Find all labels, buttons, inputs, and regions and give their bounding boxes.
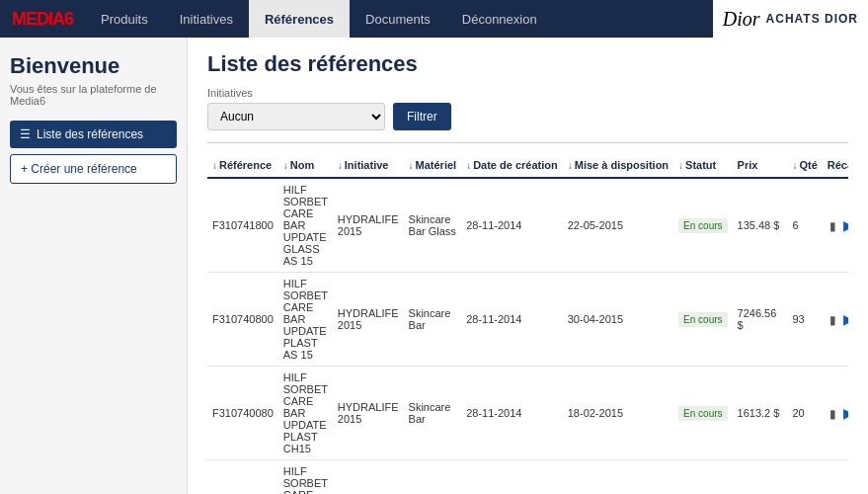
col-mise-dispo[interactable]: ↓Mise à disposition — [563, 153, 673, 178]
cell-materiel: Skincare Bar Glass — [404, 178, 462, 273]
sidebar-list-label: Liste des références — [37, 127, 143, 141]
nav-deconnexion[interactable]: Déconnexion — [446, 0, 553, 38]
col-reference[interactable]: ↓Référence — [207, 153, 278, 178]
cell-date-creation: 28-11-2014 — [461, 367, 563, 460]
table-body: F310741800 HILF SORBET CARE BAR UPDATE G… — [207, 178, 848, 494]
cell-nom: HILF SORBET CARE BAR UPDATE PLAST JP15 — [278, 460, 333, 495]
cell-initiative: HYDRALIFE 2015 — [333, 273, 404, 367]
cell-qte: 95 — [787, 460, 822, 495]
cell-mise-dispo: 30-04-2015 — [563, 273, 673, 367]
sidebar-create-label: + Créer une référence — [21, 162, 137, 176]
cell-nom: HILF SORBET CARE BAR UPDATE PLAST CH15 — [278, 367, 333, 460]
cell-qte: 93 — [787, 273, 822, 367]
table-wrapper: ↓Référence ↓Nom ↓Initiative ↓Matériel ↓D… — [207, 153, 848, 494]
dior-logo: Dior — [723, 8, 760, 31]
cell-date-creation: 28-11-2014 — [461, 178, 563, 273]
table-header: ↓Référence ↓Nom ↓Initiative ↓Matériel ↓D… — [207, 153, 848, 178]
cell-materiel: Skincare Bar — [404, 460, 462, 495]
doc-icon[interactable]: ▮ — [829, 407, 836, 421]
copy-icon[interactable]: ▶ — [843, 311, 848, 327]
sidebar-subtitle: Vous êtes sur la plateforme de Media6 — [10, 83, 177, 107]
cell-statut: En cours — [673, 460, 732, 495]
nav-documents[interactable]: Documents — [350, 0, 446, 38]
filter-label: Initiatives — [207, 87, 848, 99]
cell-ref: F310740080 — [207, 367, 278, 460]
table-row: F310740800 HILF SORBET CARE BAR UPDATE P… — [207, 273, 848, 367]
cell-nom: HILF SORBET CARE BAR UPDATE GLASS AS 15 — [278, 178, 333, 273]
col-date-creation[interactable]: ↓Date de création — [461, 153, 563, 178]
nav-produits[interactable]: Produits — [85, 0, 164, 38]
col-materiel[interactable]: ↓Matériel — [404, 153, 462, 178]
main-content: Liste des références Initiatives Aucun F… — [188, 38, 868, 494]
nav-references[interactable]: Références — [249, 0, 350, 38]
sidebar-list-btn[interactable]: ☰ Liste des références — [10, 121, 177, 148]
filter-button[interactable]: Filtrer — [393, 103, 451, 130]
status-badge: En cours — [678, 218, 727, 233]
actions-cell: ▮ ▶ ✎ ✗ — [823, 178, 848, 273]
actions-cell: ▮ ▶ ✎ ✗ — [823, 273, 848, 367]
page-title: Liste des références — [207, 51, 848, 77]
cell-qte: 20 — [787, 367, 822, 460]
list-icon: ☰ — [20, 127, 31, 141]
cell-date-creation: 28-11-2014 — [461, 273, 563, 367]
copy-icon[interactable]: ▶ — [843, 405, 848, 421]
cell-statut: En cours — [673, 178, 732, 273]
divider — [207, 142, 848, 143]
sidebar-create-btn[interactable]: + Créer une référence — [10, 154, 177, 184]
col-qte[interactable]: ↓Qté — [787, 153, 822, 178]
cell-statut: En cours — [673, 367, 732, 460]
page-container: Bienvenue Vous êtes sur la plateforme de… — [0, 38, 868, 494]
nav-items: Produits Initiatives Références Document… — [85, 0, 553, 38]
logo-six: 6 — [64, 9, 73, 30]
cell-materiel: Skincare Bar — [404, 367, 462, 460]
table-row: F310740400 HILF SORBET CARE BAR UPDATE P… — [207, 460, 848, 495]
col-nom[interactable]: ↓Nom — [278, 153, 333, 178]
cell-prix: 7246.56 $ — [733, 273, 788, 367]
cell-statut: En cours — [673, 273, 732, 367]
filter-row: Aucun Filtrer — [207, 103, 848, 130]
main-nav: MEDIA6 Produits Initiatives Références D… — [0, 0, 868, 38]
cell-initiative: HYDRALIFE 2015 — [333, 460, 404, 495]
sidebar: Bienvenue Vous êtes sur la plateforme de… — [0, 38, 188, 494]
cell-date-creation: 28-11-2014 — [461, 460, 563, 495]
achats-dior-label: ACHATS DIOR — [766, 12, 858, 26]
cell-mise-dispo: 22-05-2015 — [563, 178, 673, 273]
cell-materiel: Skincare Bar — [404, 273, 462, 367]
nav-brand: Dior ACHATS DIOR — [713, 0, 868, 38]
cell-mise-dispo: 18-02-2015 — [563, 367, 673, 460]
col-initiative[interactable]: ↓Initiative — [333, 153, 404, 178]
copy-icon[interactable]: ▶ — [843, 217, 848, 233]
table-row: F310741800 HILF SORBET CARE BAR UPDATE G… — [207, 178, 848, 273]
sidebar-title: Bienvenue — [10, 53, 177, 79]
doc-icon[interactable]: ▮ — [829, 219, 836, 233]
col-statut[interactable]: ↓Statut — [673, 153, 732, 178]
col-recapitulatif: Récapitulatif — [823, 153, 848, 178]
cell-nom: HILF SORBET CARE BAR UPDATE PLAST AS 15 — [278, 273, 333, 367]
actions-cell: ▮ ▶ ✎ ✗ — [823, 367, 848, 460]
cell-qte: 6 — [787, 178, 822, 273]
references-table: ↓Référence ↓Nom ↓Initiative ↓Matériel ↓D… — [207, 153, 848, 494]
initiative-filter[interactable]: Aucun — [207, 103, 385, 130]
cell-initiative: HYDRALIFE 2015 — [333, 367, 404, 460]
cell-ref: F310740800 — [207, 273, 278, 367]
cell-prix: 1613.2 $ — [733, 367, 788, 460]
cell-ref: F310740400 — [207, 460, 278, 495]
cell-ref: F310741800 — [207, 178, 278, 273]
cell-initiative: HYDRALIFE 2015 — [333, 178, 404, 273]
status-badge: En cours — [678, 312, 727, 327]
col-prix[interactable]: Prix — [733, 153, 788, 178]
doc-icon[interactable]: ▮ — [829, 313, 836, 327]
status-badge: En cours — [678, 406, 727, 421]
cell-mise-dispo: 15-05-2015 — [563, 460, 673, 495]
table-row: F310740080 HILF SORBET CARE BAR UPDATE P… — [207, 367, 848, 460]
cell-prix: 135.48 $ — [733, 178, 788, 273]
nav-initiatives[interactable]: Initiatives — [164, 0, 249, 38]
logo: MEDIA6 — [0, 0, 85, 38]
actions-cell: ▮ ▶ ✎ ✗ — [823, 460, 848, 495]
cell-prix: 13810.15 $ — [733, 460, 788, 495]
